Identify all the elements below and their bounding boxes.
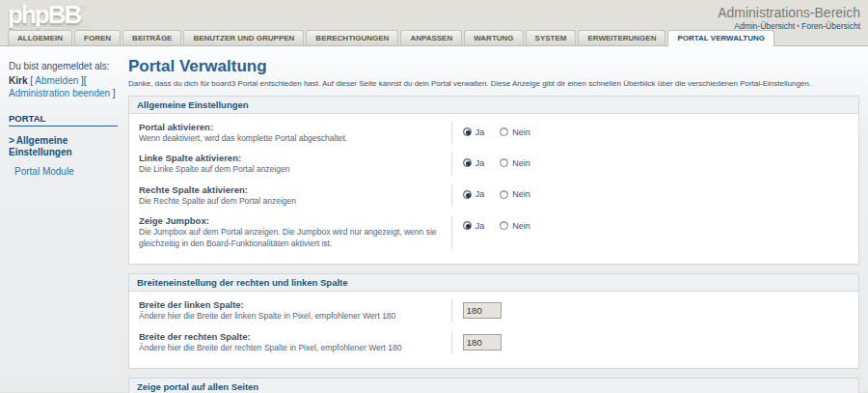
- radio-option-ja[interactable]: Ja: [463, 189, 485, 199]
- setting-label: Portal aktivieren:: [139, 122, 440, 132]
- setting-description: Die Jumpbox auf dem Portal anzeigen. Die…: [139, 227, 440, 249]
- tab-wartung[interactable]: WARTUNG: [464, 30, 523, 45]
- setting-description: Die Rechte Spalte auf dem Portal anzeige…: [139, 196, 440, 207]
- sidebar: Du bist angemeldet als: Kirk [ Abmelden …: [0, 46, 122, 392]
- radio-icon[interactable]: [463, 127, 472, 136]
- end-admin-link[interactable]: Administration beenden: [9, 88, 110, 98]
- radio-icon[interactable]: [463, 158, 472, 167]
- sidebar-item-portal-module: Portal Module: [9, 166, 118, 178]
- setting-label: Linke Spalte aktivieren:: [139, 153, 440, 163]
- active-item-marker: >: [9, 135, 14, 146]
- radio-icon[interactable]: [463, 221, 472, 230]
- setting-description: Ändere hier die Breite der linken Spalte…: [139, 311, 440, 322]
- radio-option-ja[interactable]: Ja: [463, 221, 485, 231]
- admin-page: phpBB® creating communities Administrati…: [0, 0, 868, 393]
- radio-option-label: Nein: [512, 221, 530, 231]
- width-input[interactable]: [463, 334, 502, 351]
- fieldset-legend: Breiteneinstellung der rechten und linke…: [129, 274, 858, 292]
- tab-berechtigungen[interactable]: BERECHTIGUNGEN: [306, 30, 398, 45]
- radio-option-label: Nein: [512, 158, 530, 168]
- setting-labels: Breite der linken Spalte:Ändere hier die…: [139, 299, 451, 322]
- bracket: ][: [78, 75, 86, 86]
- fieldset-legend: Zeige portal auf allen Seiten: [129, 379, 858, 393]
- session-note: Du bist angemeldet als:: [9, 60, 118, 73]
- radio-option-label: Nein: [512, 127, 530, 137]
- tab-system[interactable]: SYSTEM: [526, 30, 577, 45]
- tab-portal-verwaltung[interactable]: PORTAL VERWALTUNG: [667, 30, 774, 46]
- fieldset-2: Zeige portal auf allen SeitenZeige porta…: [128, 378, 859, 393]
- radio-icon[interactable]: [500, 190, 508, 199]
- settings-form: Allgemeine EinstellungenPortal aktiviere…: [128, 96, 859, 393]
- header: phpBB® creating communities Administrati…: [0, 0, 868, 32]
- setting-control: [451, 331, 849, 353]
- setting-row: Rechte Spalte aktivieren:Die Rechte Spal…: [139, 184, 849, 207]
- setting-description: Die Linke Spalte auf dem Portal anzeigen: [139, 164, 440, 175]
- radio-option-label: Ja: [475, 221, 485, 231]
- tab-foren[interactable]: FOREN: [74, 30, 121, 45]
- radio-option-label: Ja: [475, 127, 485, 137]
- body: Du bist angemeldet als: Kirk [ Abmelden …: [0, 46, 868, 392]
- radio-option-nein[interactable]: Nein: [500, 158, 530, 168]
- setting-control: [451, 299, 849, 322]
- sidebar-item-link[interactable]: Allgemeine Einstellungen: [9, 135, 72, 157]
- radio-option-label: Ja: [475, 189, 485, 199]
- radio-option-label: Nein: [512, 189, 530, 199]
- phpbb-logo: phpBB® creating communities: [6, 2, 90, 32]
- sidebar-section-portal: PORTAL: [9, 113, 118, 126]
- fieldset-1: Breiteneinstellung der rechten und linke…: [128, 273, 859, 369]
- setting-row: Linke Spalte aktivieren:Die Linke Spalte…: [139, 153, 849, 175]
- setting-labels: Rechte Spalte aktivieren:Die Rechte Spal…: [139, 184, 451, 207]
- sidebar-menu: >Allgemeine EinstellungenPortal Module: [9, 135, 118, 178]
- sidebar-item-link[interactable]: Portal Module: [14, 166, 74, 177]
- main-content: Portal Verwaltung Danke, dass du dich fü…: [122, 46, 868, 392]
- radio-option-ja[interactable]: Ja: [463, 127, 485, 137]
- radio-option-nein[interactable]: Nein: [500, 189, 530, 199]
- sidebar-item-allgemeine-einstellungen: >Allgemeine Einstellungen: [9, 135, 118, 158]
- radio-option-nein[interactable]: Nein: [500, 221, 530, 231]
- bracket: ]: [110, 88, 116, 98]
- setting-control: JaNein: [451, 215, 849, 249]
- setting-row: Breite der linken Spalte:Ändere hier die…: [139, 299, 849, 322]
- radio-option-ja[interactable]: Ja: [463, 158, 485, 168]
- setting-row: Breite der rechten Spalte:Ändere hier di…: [139, 331, 849, 353]
- radio-icon[interactable]: [500, 127, 508, 136]
- radio-option-nein[interactable]: Nein: [500, 127, 530, 137]
- fieldset-0: Allgemeine EinstellungenPortal aktiviere…: [128, 96, 859, 265]
- setting-description: Wenn deaktiviert, wird das komplette Por…: [139, 133, 440, 144]
- forum-overview-link[interactable]: Foren-Übersicht: [801, 21, 860, 31]
- tab-anpassen[interactable]: ANPASSEN: [400, 30, 462, 45]
- setting-control: JaNein: [451, 184, 849, 207]
- radio-icon[interactable]: [500, 221, 508, 230]
- setting-label: Zeige Jumpbox:: [139, 215, 440, 226]
- radio-icon[interactable]: [500, 158, 508, 167]
- session-user-line: Kirk [ Abmelden ][ Administration beende…: [9, 74, 118, 100]
- setting-labels: Zeige Jumpbox:Die Jumpbox auf dem Portal…: [139, 215, 451, 249]
- fieldset-rows: Portal aktivieren:Wenn deaktiviert, wird…: [129, 114, 858, 264]
- tab-erweiterungen[interactable]: ERWEITERUNGEN: [578, 30, 665, 45]
- setting-labels: Linke Spalte aktivieren:Die Linke Spalte…: [139, 153, 451, 175]
- link-separator: •: [797, 21, 800, 31]
- setting-label: Breite der linken Spalte:: [139, 299, 440, 310]
- radio-icon[interactable]: [463, 190, 472, 199]
- intro-text: Danke, dass du dich für board3 Portal en…: [128, 79, 859, 88]
- width-input[interactable]: [463, 302, 502, 319]
- setting-label: Rechte Spalte aktivieren:: [139, 184, 440, 195]
- setting-row: Zeige Jumpbox:Die Jumpbox auf dem Portal…: [139, 215, 849, 249]
- setting-labels: Breite der rechten Spalte:Ändere hier di…: [139, 331, 451, 353]
- logout-link[interactable]: Abmelden: [35, 75, 78, 86]
- setting-description: Ändere hier die Breite der rechten Spalt…: [139, 343, 440, 353]
- admin-area-title: Administrations-Bereich: [718, 5, 860, 20]
- tab-bar: ALLGEMEINFORENBEITRÄGEBENUTZER UND GRUPP…: [0, 32, 868, 46]
- radio-option-label: Ja: [475, 158, 485, 168]
- setting-label: Breite der rechten Spalte:: [139, 331, 440, 342]
- setting-labels: Portal aktivieren:Wenn deaktiviert, wird…: [139, 122, 451, 144]
- fieldset-rows: Breite der linken Spalte:Ändere hier die…: [129, 292, 858, 368]
- page-title: Portal Verwaltung: [128, 57, 859, 76]
- tab-allgemein[interactable]: ALLGEMEIN: [8, 30, 72, 45]
- header-right: Administrations-Bereich Admin-Übersicht•…: [718, 2, 862, 31]
- username: Kirk: [9, 75, 27, 86]
- setting-row: Portal aktivieren:Wenn deaktiviert, wird…: [139, 122, 849, 144]
- tab-beitr-ge[interactable]: BEITRÄGE: [122, 30, 181, 45]
- setting-control: JaNein: [451, 122, 849, 144]
- tab-benutzer-und-gruppen[interactable]: BENUTZER UND GRUPPEN: [183, 30, 304, 45]
